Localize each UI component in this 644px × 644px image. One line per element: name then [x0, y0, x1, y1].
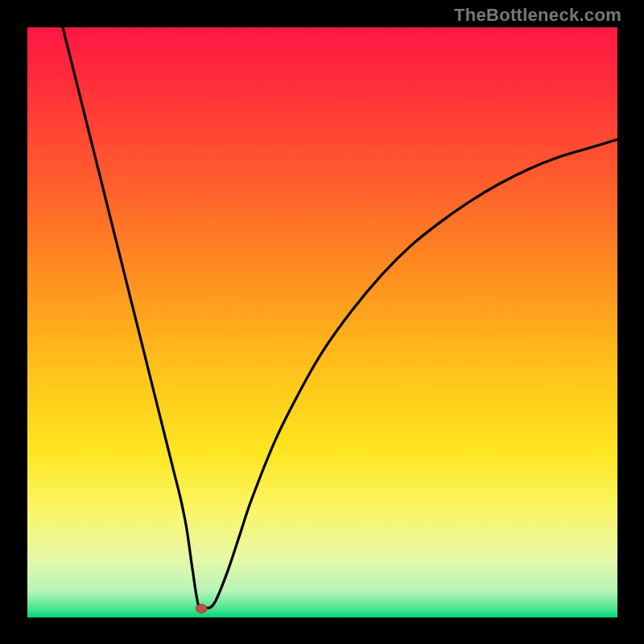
- optimum-marker: [196, 605, 207, 613]
- chart-frame: TheBottleneck.com: [0, 0, 644, 644]
- chart-svg: [27, 27, 617, 617]
- watermark-text: TheBottleneck.com: [454, 5, 621, 26]
- plot-area: [27, 27, 617, 617]
- chart-background: [27, 27, 617, 617]
